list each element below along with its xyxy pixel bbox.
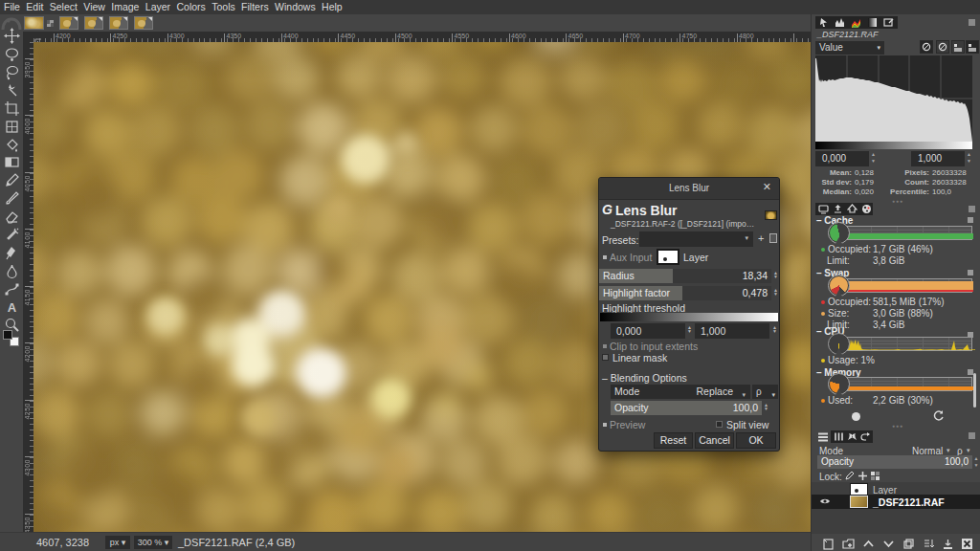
svg-text:A: A bbox=[8, 300, 17, 315]
